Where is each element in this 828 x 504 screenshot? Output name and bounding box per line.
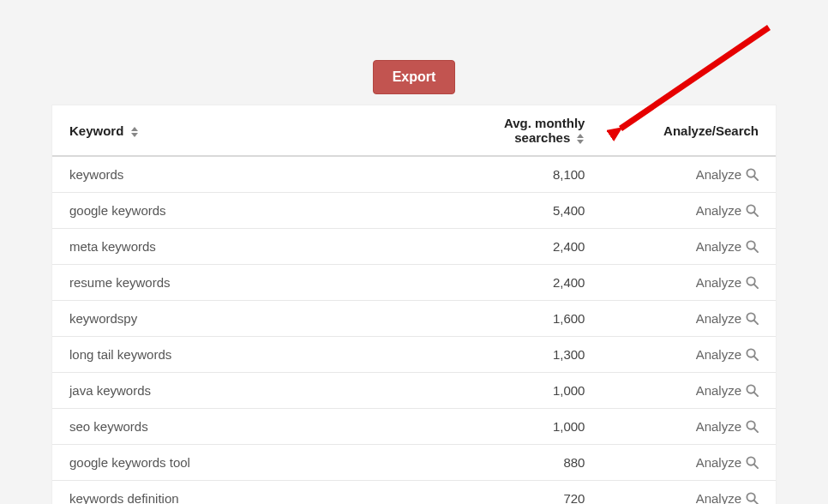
column-header-analyze-label: Analyze/Search xyxy=(663,123,759,138)
searches-cell: 8,100 xyxy=(429,156,603,193)
keyword-cell: java keywords xyxy=(52,373,429,409)
analyze-label: Analyze xyxy=(696,203,741,218)
analyze-cell-wrap: Analyze xyxy=(602,265,776,301)
svg-marker-3 xyxy=(577,140,584,144)
analyze-cell-wrap: Analyze xyxy=(602,409,776,445)
analyze-label: Analyze xyxy=(696,239,741,254)
table-row: keywords definition720Analyze xyxy=(52,481,776,504)
keyword-table-panel: Keyword Avg. monthly searches Analyze/Se… xyxy=(51,105,777,504)
search-icon xyxy=(746,456,759,469)
search-icon xyxy=(746,168,759,181)
keyword-cell: google keywords tool xyxy=(52,445,429,481)
search-icon xyxy=(746,312,759,325)
keyword-cell: long tail keywords xyxy=(52,337,429,373)
svg-line-21 xyxy=(754,465,758,468)
keyword-cell: google keywords xyxy=(52,193,429,229)
searches-cell: 1,000 xyxy=(429,373,603,409)
search-icon xyxy=(746,384,759,397)
analyze-button[interactable]: Analyze xyxy=(696,203,759,218)
svg-marker-2 xyxy=(577,134,584,138)
analyze-label: Analyze xyxy=(696,419,741,434)
keyword-cell: meta keywords xyxy=(52,229,429,265)
svg-marker-0 xyxy=(131,127,138,131)
table-row: keywordspy1,600Analyze xyxy=(52,301,776,337)
analyze-button[interactable]: Analyze xyxy=(696,311,759,326)
analyze-label: Analyze xyxy=(696,455,741,470)
search-icon xyxy=(746,276,759,289)
analyze-button[interactable]: Analyze xyxy=(696,167,759,182)
export-button[interactable]: Export xyxy=(373,60,456,94)
table-row: google keywords5,400Analyze xyxy=(52,193,776,229)
analyze-label: Analyze xyxy=(696,347,741,362)
analyze-cell-wrap: Analyze xyxy=(602,337,776,373)
svg-line-19 xyxy=(754,429,758,432)
svg-line-23 xyxy=(754,501,758,504)
column-header-analyze: Analyze/Search xyxy=(602,105,776,156)
analyze-label: Analyze xyxy=(696,491,741,504)
searches-cell: 1,000 xyxy=(429,409,603,445)
search-icon xyxy=(746,348,759,361)
searches-cell: 2,400 xyxy=(429,229,603,265)
svg-line-17 xyxy=(754,393,758,396)
analyze-label: Analyze xyxy=(696,275,741,290)
table-row: resume keywords2,400Analyze xyxy=(52,265,776,301)
svg-line-7 xyxy=(754,213,758,216)
search-icon xyxy=(746,492,759,504)
analyze-label: Analyze xyxy=(696,167,741,182)
analyze-label: Analyze xyxy=(696,311,741,326)
analyze-button[interactable]: Analyze xyxy=(696,275,759,290)
keyword-cell: resume keywords xyxy=(52,265,429,301)
svg-line-11 xyxy=(754,285,758,288)
searches-cell: 720 xyxy=(429,481,603,504)
table-row: seo keywords1,000Analyze xyxy=(52,409,776,445)
analyze-label: Analyze xyxy=(696,383,741,398)
searches-cell: 1,300 xyxy=(429,337,603,373)
column-header-searches[interactable]: Avg. monthly searches xyxy=(429,105,603,156)
table-row: java keywords1,000Analyze xyxy=(52,373,776,409)
analyze-cell-wrap: Analyze xyxy=(602,229,776,265)
analyze-cell-wrap: Analyze xyxy=(602,445,776,481)
analyze-cell-wrap: Analyze xyxy=(602,193,776,229)
searches-cell: 1,600 xyxy=(429,301,603,337)
analyze-button[interactable]: Analyze xyxy=(696,347,759,362)
keyword-cell: keywords xyxy=(52,156,429,193)
analyze-cell-wrap: Analyze xyxy=(602,373,776,409)
search-icon xyxy=(746,420,759,433)
sort-icon xyxy=(130,126,139,138)
searches-cell: 5,400 xyxy=(429,193,603,229)
column-header-searches-label: Avg. monthly searches xyxy=(504,116,585,145)
table-row: google keywords tool880Analyze xyxy=(52,445,776,481)
svg-line-9 xyxy=(754,249,758,252)
keyword-cell: keywordspy xyxy=(52,301,429,337)
analyze-button[interactable]: Analyze xyxy=(696,455,759,470)
svg-line-5 xyxy=(754,177,758,180)
table-row: long tail keywords1,300Analyze xyxy=(52,337,776,373)
analyze-button[interactable]: Analyze xyxy=(696,491,759,504)
table-row: meta keywords2,400Analyze xyxy=(52,229,776,265)
analyze-cell-wrap: Analyze xyxy=(602,481,776,504)
analyze-button[interactable]: Analyze xyxy=(696,419,759,434)
analyze-button[interactable]: Analyze xyxy=(696,239,759,254)
analyze-cell-wrap: Analyze xyxy=(602,156,776,193)
svg-line-15 xyxy=(754,357,758,360)
svg-line-13 xyxy=(754,321,758,324)
svg-marker-1 xyxy=(131,133,138,137)
searches-cell: 880 xyxy=(429,445,603,481)
keyword-cell: seo keywords xyxy=(52,409,429,445)
column-header-keyword-label: Keyword xyxy=(69,123,123,138)
search-icon xyxy=(746,240,759,253)
keyword-table: Keyword Avg. monthly searches Analyze/Se… xyxy=(52,105,776,504)
column-header-keyword[interactable]: Keyword xyxy=(52,105,429,156)
keyword-cell: keywords definition xyxy=(52,481,429,504)
table-row: keywords8,100Analyze xyxy=(52,156,776,193)
sort-icon xyxy=(576,133,585,145)
search-icon xyxy=(746,204,759,217)
searches-cell: 2,400 xyxy=(429,265,603,301)
analyze-cell-wrap: Analyze xyxy=(602,301,776,337)
analyze-button[interactable]: Analyze xyxy=(696,383,759,398)
